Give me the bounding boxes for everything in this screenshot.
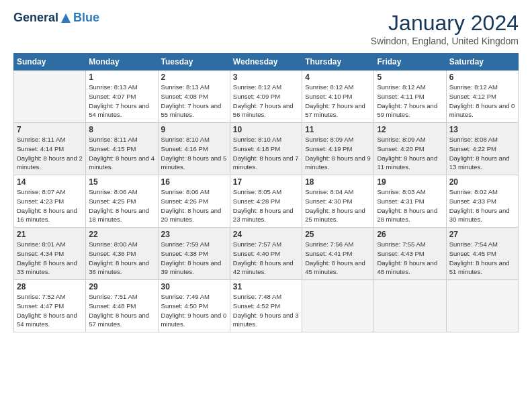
day-number: 25 bbox=[305, 230, 371, 239]
calendar-cell: 15Sunrise: 8:06 AMSunset: 4:25 PMDayligh… bbox=[86, 175, 158, 228]
col-header-saturday: Saturday bbox=[446, 54, 518, 71]
col-header-monday: Monday bbox=[86, 54, 158, 71]
title-block: January 2024 Swindon, England, United Ki… bbox=[371, 11, 519, 46]
calendar-cell: 20Sunrise: 8:02 AMSunset: 4:33 PMDayligh… bbox=[446, 175, 518, 228]
day-info: Sunrise: 7:51 AMSunset: 4:48 PMDaylight:… bbox=[89, 293, 149, 328]
day-info: Sunrise: 8:12 AMSunset: 4:10 PMDaylight:… bbox=[305, 83, 365, 118]
day-info: Sunrise: 8:12 AMSunset: 4:09 PMDaylight:… bbox=[233, 83, 294, 118]
calendar-cell: 25Sunrise: 7:56 AMSunset: 4:41 PMDayligh… bbox=[302, 228, 374, 280]
col-header-sunday: Sunday bbox=[14, 54, 86, 71]
day-number: 12 bbox=[377, 125, 443, 134]
col-header-friday: Friday bbox=[374, 54, 446, 71]
week-row-1: 1Sunrise: 8:13 AMSunset: 4:07 PMDaylight… bbox=[14, 71, 519, 123]
day-number: 17 bbox=[233, 177, 299, 187]
calendar-header-row: SundayMondayTuesdayWednesdayThursdayFrid… bbox=[14, 54, 519, 71]
calendar-cell: 5Sunrise: 8:12 AMSunset: 4:11 PMDaylight… bbox=[374, 71, 446, 123]
day-number: 15 bbox=[89, 177, 154, 187]
col-header-thursday: Thursday bbox=[302, 54, 374, 71]
day-number: 16 bbox=[161, 177, 227, 187]
day-info: Sunrise: 7:56 AMSunset: 4:41 PMDaylight:… bbox=[305, 240, 365, 275]
calendar-cell: 22Sunrise: 8:00 AMSunset: 4:36 PMDayligh… bbox=[86, 228, 158, 280]
calendar-cell: 13Sunrise: 8:08 AMSunset: 4:22 PMDayligh… bbox=[446, 123, 518, 175]
day-number: 3 bbox=[233, 73, 299, 82]
day-info: Sunrise: 8:01 AMSunset: 4:34 PMDaylight:… bbox=[17, 240, 77, 275]
day-info: Sunrise: 8:06 AMSunset: 4:26 PMDaylight:… bbox=[161, 188, 222, 223]
calendar-cell: 8Sunrise: 8:11 AMSunset: 4:15 PMDaylight… bbox=[86, 123, 158, 175]
calendar-cell bbox=[14, 71, 86, 123]
day-info: Sunrise: 7:55 AMSunset: 4:43 PMDaylight:… bbox=[377, 240, 437, 275]
day-info: Sunrise: 7:52 AMSunset: 4:47 PMDaylight:… bbox=[17, 293, 77, 328]
day-info: Sunrise: 8:11 AMSunset: 4:15 PMDaylight:… bbox=[89, 136, 154, 171]
location-subtitle: Swindon, England, United Kingdom bbox=[371, 36, 519, 46]
week-row-3: 14Sunrise: 8:07 AMSunset: 4:23 PMDayligh… bbox=[14, 175, 519, 228]
logo: General Blue bbox=[13, 11, 99, 25]
day-number: 7 bbox=[17, 125, 83, 134]
day-info: Sunrise: 7:49 AMSunset: 4:50 PMDaylight:… bbox=[161, 293, 227, 328]
calendar-cell: 24Sunrise: 7:57 AMSunset: 4:40 PMDayligh… bbox=[230, 228, 302, 280]
day-info: Sunrise: 7:54 AMSunset: 4:45 PMDaylight:… bbox=[449, 240, 510, 275]
calendar-cell: 3Sunrise: 8:12 AMSunset: 4:09 PMDaylight… bbox=[230, 71, 302, 123]
day-number: 6 bbox=[449, 73, 515, 82]
calendar-cell: 17Sunrise: 8:05 AMSunset: 4:28 PMDayligh… bbox=[230, 175, 302, 228]
logo-general-text: General bbox=[13, 11, 58, 24]
calendar-cell: 27Sunrise: 7:54 AMSunset: 4:45 PMDayligh… bbox=[446, 228, 518, 280]
day-number: 23 bbox=[161, 230, 227, 239]
calendar-cell: 21Sunrise: 8:01 AMSunset: 4:34 PMDayligh… bbox=[14, 228, 86, 280]
day-number: 20 bbox=[449, 177, 515, 187]
day-number: 5 bbox=[377, 73, 443, 82]
day-number: 26 bbox=[377, 230, 443, 239]
calendar-cell: 12Sunrise: 8:09 AMSunset: 4:20 PMDayligh… bbox=[374, 123, 446, 175]
day-info: Sunrise: 8:09 AMSunset: 4:20 PMDaylight:… bbox=[377, 136, 437, 171]
header: General Blue January 2024 Swindon, Engla… bbox=[13, 11, 519, 46]
day-info: Sunrise: 8:06 AMSunset: 4:25 PMDaylight:… bbox=[89, 188, 149, 223]
calendar-cell bbox=[446, 280, 518, 332]
day-info: Sunrise: 8:04 AMSunset: 4:30 PMDaylight:… bbox=[305, 188, 365, 223]
month-year-title: January 2024 bbox=[371, 11, 519, 36]
day-number: 21 bbox=[17, 230, 83, 239]
calendar-cell: 18Sunrise: 8:04 AMSunset: 4:30 PMDayligh… bbox=[302, 175, 374, 228]
calendar-cell bbox=[374, 280, 446, 332]
day-number: 10 bbox=[233, 125, 299, 134]
day-info: Sunrise: 8:10 AMSunset: 4:16 PMDaylight:… bbox=[161, 136, 227, 171]
week-row-5: 28Sunrise: 7:52 AMSunset: 4:47 PMDayligh… bbox=[14, 280, 519, 332]
week-row-2: 7Sunrise: 8:11 AMSunset: 4:14 PMDaylight… bbox=[14, 123, 519, 175]
calendar-cell: 26Sunrise: 7:55 AMSunset: 4:43 PMDayligh… bbox=[374, 228, 446, 280]
day-info: Sunrise: 7:59 AMSunset: 4:38 PMDaylight:… bbox=[161, 240, 222, 275]
calendar-cell: 4Sunrise: 8:12 AMSunset: 4:10 PMDaylight… bbox=[302, 71, 374, 123]
day-number: 2 bbox=[161, 73, 227, 82]
day-number: 30 bbox=[161, 282, 227, 291]
day-info: Sunrise: 8:10 AMSunset: 4:18 PMDaylight:… bbox=[233, 136, 299, 171]
day-number: 29 bbox=[89, 282, 154, 291]
day-number: 8 bbox=[89, 125, 154, 134]
calendar-cell: 31Sunrise: 7:48 AMSunset: 4:52 PMDayligh… bbox=[230, 280, 302, 332]
day-info: Sunrise: 8:07 AMSunset: 4:23 PMDaylight:… bbox=[17, 188, 77, 223]
day-info: Sunrise: 8:13 AMSunset: 4:08 PMDaylight:… bbox=[161, 83, 222, 118]
day-info: Sunrise: 8:05 AMSunset: 4:28 PMDaylight:… bbox=[233, 188, 294, 223]
col-header-wednesday: Wednesday bbox=[230, 54, 302, 71]
day-info: Sunrise: 8:12 AMSunset: 4:12 PMDaylight:… bbox=[449, 83, 515, 118]
calendar-cell: 10Sunrise: 8:10 AMSunset: 4:18 PMDayligh… bbox=[230, 123, 302, 175]
calendar-cell: 23Sunrise: 7:59 AMSunset: 4:38 PMDayligh… bbox=[158, 228, 230, 280]
day-number: 18 bbox=[305, 177, 371, 187]
day-number: 27 bbox=[449, 230, 515, 239]
day-number: 24 bbox=[233, 230, 299, 239]
day-number: 9 bbox=[161, 125, 227, 134]
day-number: 22 bbox=[89, 230, 154, 239]
day-number: 14 bbox=[17, 177, 83, 187]
day-info: Sunrise: 8:09 AMSunset: 4:19 PMDaylight:… bbox=[305, 136, 371, 171]
day-number: 31 bbox=[233, 282, 299, 291]
day-number: 19 bbox=[377, 177, 443, 187]
logo-icon bbox=[60, 12, 72, 24]
day-info: Sunrise: 8:03 AMSunset: 4:31 PMDaylight:… bbox=[377, 188, 437, 223]
page: General Blue January 2024 Swindon, Engla… bbox=[0, 0, 532, 411]
calendar-cell: 2Sunrise: 8:13 AMSunset: 4:08 PMDaylight… bbox=[158, 71, 230, 123]
calendar-cell: 11Sunrise: 8:09 AMSunset: 4:19 PMDayligh… bbox=[302, 123, 374, 175]
day-info: Sunrise: 8:13 AMSunset: 4:07 PMDaylight:… bbox=[89, 83, 149, 118]
calendar-table: SundayMondayTuesdayWednesdayThursdayFrid… bbox=[13, 53, 519, 332]
day-info: Sunrise: 8:12 AMSunset: 4:11 PMDaylight:… bbox=[377, 83, 437, 118]
day-number: 4 bbox=[305, 73, 371, 82]
day-number: 28 bbox=[17, 282, 83, 291]
day-number: 1 bbox=[89, 73, 154, 82]
calendar-cell: 29Sunrise: 7:51 AMSunset: 4:48 PMDayligh… bbox=[86, 280, 158, 332]
svg-marker-0 bbox=[61, 13, 71, 23]
